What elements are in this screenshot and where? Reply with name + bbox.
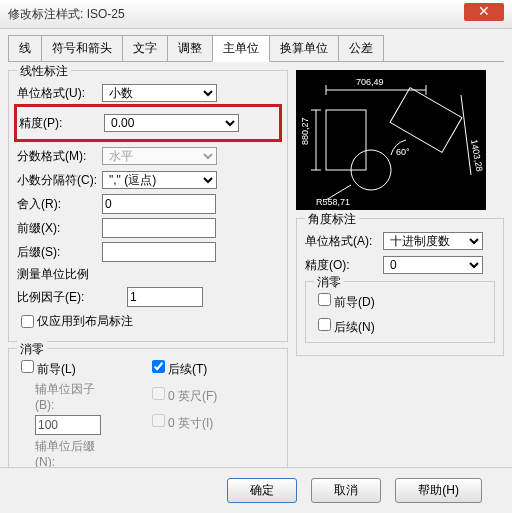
angle-zero-legend: 消零: [314, 274, 344, 291]
svg-text:1403,28: 1403,28: [469, 139, 484, 173]
precision-select[interactable]: 0.00: [104, 114, 239, 132]
leading-check[interactable]: [21, 360, 34, 373]
feet-label: 0 英尺(F): [168, 389, 217, 403]
ok-button[interactable]: 确定: [227, 478, 297, 503]
button-row: 确定 取消 帮助(H): [0, 467, 512, 513]
angle-legend: 角度标注: [305, 211, 359, 228]
trailing-check[interactable]: [152, 360, 165, 373]
layout-only-check[interactable]: [21, 315, 34, 328]
cancel-button[interactable]: 取消: [311, 478, 381, 503]
angle-group: 角度标注 单位格式(A):十进制度数 精度(O):0 消零 前导(D) 后续(N…: [296, 218, 504, 356]
leading-label: 前导(L): [37, 362, 76, 376]
tab-fit[interactable]: 调整: [167, 35, 213, 61]
layout-only-label: 仅应用到布局标注: [37, 313, 133, 330]
suffix-label: 后缀(S):: [17, 244, 102, 261]
prefix-input[interactable]: [102, 218, 216, 238]
angle-leading-label: 前导(D): [334, 295, 375, 309]
linear-legend: 线性标注: [17, 63, 71, 80]
angle-zero-group: 消零 前导(D) 后续(N): [305, 281, 495, 343]
svg-text:706,49: 706,49: [356, 77, 384, 87]
tab-text[interactable]: 文字: [122, 35, 168, 61]
angle-unit-select[interactable]: 十进制度数: [383, 232, 483, 250]
scale-input[interactable]: [127, 287, 203, 307]
window-title: 修改标注样式: ISO-25: [8, 6, 125, 23]
scale-label: 比例因子(E):: [17, 289, 102, 306]
linear-dim-group: 线性标注 单位格式(U):小数 精度(P):0.00 分数格式(M):水平 小数…: [8, 70, 288, 342]
dec-sep-select[interactable]: "," (逗点): [102, 171, 217, 189]
close-button[interactable]: ✕: [464, 3, 504, 21]
frac-format-select[interactable]: 水平: [102, 147, 217, 165]
tab-symbols[interactable]: 符号和箭头: [41, 35, 123, 61]
angle-leading-check[interactable]: [318, 293, 331, 306]
round-label: 舍入(R):: [17, 196, 102, 213]
subfactor-label: 辅单位因子(B):: [35, 381, 110, 412]
svg-text:880,27: 880,27: [300, 117, 310, 145]
help-button[interactable]: 帮助(H): [395, 478, 482, 503]
svg-rect-2: [390, 88, 462, 153]
measure-legend: 测量单位比例: [17, 266, 279, 283]
suffix-input[interactable]: [102, 242, 216, 262]
angle-trailing-label: 后续(N): [334, 320, 375, 334]
frac-format-label: 分数格式(M):: [17, 148, 102, 165]
trailing-label: 后续(T): [168, 362, 207, 376]
prefix-label: 前缀(X):: [17, 220, 102, 237]
tab-alt[interactable]: 换算单位: [269, 35, 339, 61]
angle-trailing-check[interactable]: [318, 318, 331, 331]
angle-unit-label: 单位格式(A):: [305, 233, 383, 250]
angle-prec-select[interactable]: 0: [383, 256, 483, 274]
inch-check: [152, 414, 165, 427]
precision-label: 精度(P):: [19, 115, 104, 132]
svg-text:60°: 60°: [396, 147, 410, 157]
feet-check: [152, 387, 165, 400]
preview-svg: 706,49 880,27 1403,28 60° R558,71: [296, 70, 486, 210]
tabs: 线 符号和箭头 文字 调整 主单位 换算单位 公差: [8, 35, 504, 62]
preview-pane: 706,49 880,27 1403,28 60° R558,71: [296, 70, 486, 210]
titlebar: 修改标注样式: ISO-25 ✕: [0, 0, 512, 29]
angle-prec-label: 精度(O):: [305, 257, 383, 274]
dec-sep-label: 小数分隔符(C):: [17, 172, 102, 189]
subfactor-input: [35, 415, 101, 435]
round-input[interactable]: [102, 194, 216, 214]
unit-format-label: 单位格式(U):: [17, 85, 102, 102]
tab-tol[interactable]: 公差: [338, 35, 384, 61]
svg-text:R558,71: R558,71: [316, 197, 350, 207]
subsuffix-label: 辅单位后缀(N):: [35, 438, 110, 469]
tab-primary[interactable]: 主单位: [212, 35, 270, 62]
inch-label: 0 英寸(I): [168, 416, 213, 430]
tab-lines[interactable]: 线: [8, 35, 42, 61]
precision-highlight: 精度(P):0.00: [14, 104, 282, 142]
svg-rect-0: [326, 110, 366, 170]
unit-format-select[interactable]: 小数: [102, 84, 217, 102]
zero-legend: 消零: [17, 341, 47, 358]
svg-line-9: [461, 95, 471, 175]
